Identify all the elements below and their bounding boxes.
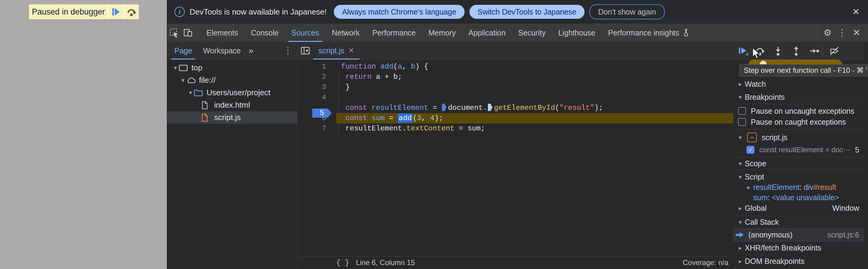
- step-into-icon: [773, 46, 783, 56]
- dom-breakpoints-label: DOM Breakpoints: [745, 257, 804, 266]
- scope-global-value: Window: [832, 204, 859, 213]
- breakpoints-label: Breakpoints: [745, 93, 785, 102]
- tab-performance-insights[interactable]: Performance insights: [602, 24, 696, 42]
- caret-down-icon: ▾: [736, 134, 745, 141]
- section-dom-breakpoints[interactable]: ▸ DOM Breakpoints: [733, 255, 864, 267]
- section-watch[interactable]: ▸ Watch: [733, 78, 864, 90]
- banner-resume-button[interactable]: [109, 4, 123, 19]
- code-token: a: [398, 62, 402, 71]
- tab-sources[interactable]: Sources: [285, 24, 326, 42]
- step-button[interactable]: [808, 44, 821, 58]
- section-call-stack[interactable]: ▾ Call Stack: [733, 216, 864, 228]
- scope-var-resultElement[interactable]: ▸ resultElement: div #result: [733, 182, 864, 192]
- tree-item-label: script.js: [214, 113, 241, 122]
- tab-performance[interactable]: Performance: [366, 24, 422, 42]
- code-token: [367, 104, 371, 112]
- scope-global-group[interactable]: ▸ Global Window: [733, 203, 864, 214]
- always-match-language-button[interactable]: Always match Chrome's language: [334, 5, 464, 19]
- stack-frame-anonymous[interactable]: (anonymous) script.js:6: [733, 228, 864, 241]
- paused-call-token: add: [398, 113, 412, 123]
- line-number[interactable]: 3: [298, 82, 338, 92]
- tab-workspace[interactable]: Workspace: [199, 42, 244, 59]
- code-area[interactable]: 1function add(a, b) {2 return a + b;3 }4…: [298, 59, 733, 256]
- dont-show-again-button[interactable]: Don't show again: [589, 4, 665, 20]
- line-number[interactable]: 1: [298, 61, 338, 72]
- pause-uncaught-checkbox[interactable]: [738, 107, 746, 115]
- code-line[interactable]: 4: [298, 92, 733, 103]
- tree-item-users-user-project[interactable]: ▾Users/user/project: [167, 86, 297, 99]
- coverage-label: Coverage: n/a: [683, 259, 728, 267]
- breakpoint-entry[interactable]: ✓ const resultElement = doc⋯ 5: [733, 144, 864, 156]
- caret-down-icon[interactable]: ▾: [180, 77, 186, 84]
- tree-item-label: index.html: [214, 100, 250, 110]
- toggle-device-toolbar-button[interactable]: [181, 24, 195, 42]
- breakpoint-entry-checkbox[interactable]: ✓: [747, 146, 754, 154]
- caret-down-icon[interactable]: ▾: [187, 89, 194, 96]
- toggle-navigator-button[interactable]: [298, 42, 313, 59]
- info-icon: i: [175, 7, 185, 17]
- step-out-button[interactable]: [789, 44, 803, 58]
- tab-memory[interactable]: Memory: [422, 24, 462, 42]
- caret-down-icon[interactable]: ▾: [172, 64, 179, 71]
- code-line[interactable]: 5 const resultElement = document.getElem…: [298, 103, 733, 113]
- settings-gear-icon[interactable]: ⚙: [820, 28, 835, 37]
- tab-lighthouse[interactable]: Lighthouse: [552, 24, 601, 42]
- section-scope[interactable]: ▾ Scope: [733, 158, 864, 169]
- inline-breakpoint-marker[interactable]: [488, 104, 492, 111]
- pretty-print-icon[interactable]: { }: [336, 259, 349, 267]
- scope-script-label: Script: [745, 172, 764, 181]
- editor-tab-script-js[interactable]: script.js ✕: [313, 42, 360, 59]
- tab-label: Memory: [428, 28, 456, 37]
- step-into-button[interactable]: [771, 44, 785, 58]
- tab-security[interactable]: Security: [512, 24, 552, 42]
- infobar-close-icon[interactable]: ✕: [849, 7, 863, 17]
- line-number[interactable]: 6: [298, 113, 338, 124]
- code-line[interactable]: 3 }: [298, 82, 733, 92]
- scope-script-group[interactable]: ▾ Script: [733, 172, 864, 182]
- editor-tab-close-icon[interactable]: ✕: [349, 47, 354, 55]
- tab-console[interactable]: Console: [244, 24, 285, 42]
- code-token: [341, 73, 345, 81]
- toolbar-separator: [822, 46, 823, 56]
- tree-item-script-js[interactable]: script.js: [167, 111, 297, 124]
- experiment-flask-icon: [682, 28, 690, 37]
- breakpoint-file-group[interactable]: ▾ ‹› script.js: [733, 132, 864, 143]
- more-tabs-chevron-icon[interactable]: »: [249, 46, 253, 55]
- scope-var-value: <value unavailable>: [772, 193, 839, 202]
- deactivate-breakpoints-button[interactable]: [828, 44, 841, 58]
- line-number[interactable]: 4: [298, 92, 338, 103]
- code-line[interactable]: 6 const sum = add(3, 4);: [298, 113, 733, 124]
- pause-caught-checkbox[interactable]: [738, 118, 746, 126]
- navigator-kebab-icon[interactable]: ⋮: [281, 46, 295, 55]
- caret-down-icon: ▾: [736, 173, 745, 181]
- tree-item-index-html[interactable]: index.html: [167, 99, 297, 111]
- more-options-kebab-icon[interactable]: ⋮: [835, 28, 850, 37]
- code-line[interactable]: 2 return a + b;: [298, 72, 733, 82]
- devtools-window: i DevTools is now available in Japanese!…: [167, 0, 868, 269]
- toolbar-separator: [197, 27, 198, 38]
- banner-step-over-button[interactable]: [124, 4, 139, 19]
- line-number[interactable]: 2: [298, 72, 338, 82]
- tab-page[interactable]: Page: [171, 42, 196, 59]
- code-token: getElementById: [494, 104, 555, 112]
- breakpoint-file-label: script.js: [762, 133, 787, 142]
- line-number[interactable]: 7: [298, 124, 338, 134]
- inline-breakpoint-marker[interactable]: [442, 104, 446, 111]
- scope-var-sum[interactable]: sum: <value unavailable>: [733, 192, 864, 203]
- code-line[interactable]: 7 resultElement.textContent = sum;: [298, 124, 733, 134]
- tree-item-file-[interactable]: ▾file://: [167, 74, 297, 86]
- tab-elements[interactable]: Elements: [200, 24, 244, 42]
- code-token: return: [345, 73, 371, 81]
- section-xhr-breakpoints[interactable]: ▸ XHR/fetch Breakpoints: [733, 242, 864, 253]
- inspect-element-button[interactable]: [167, 24, 181, 42]
- code-line[interactable]: 1function add(a, b) {: [298, 61, 733, 72]
- resume-script-button[interactable]: [736, 44, 750, 58]
- devtools-close-icon[interactable]: ✕: [850, 28, 864, 37]
- tree-item-top[interactable]: ▾top: [167, 61, 297, 74]
- code-token: a + b;: [372, 73, 402, 81]
- switch-devtools-japanese-button[interactable]: Switch DevTools to Japanese: [469, 5, 585, 19]
- tab-application[interactable]: Application: [462, 24, 512, 42]
- step-over-icon: [126, 7, 136, 17]
- tab-network[interactable]: Network: [326, 24, 366, 42]
- section-breakpoints[interactable]: ▾ Breakpoints: [733, 91, 864, 103]
